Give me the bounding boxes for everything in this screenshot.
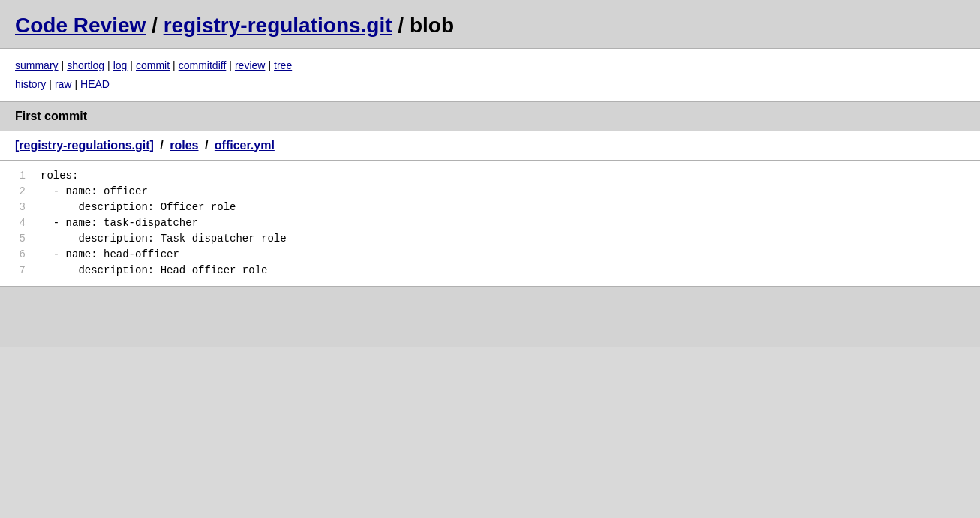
nav-review[interactable]: review	[235, 59, 265, 71]
path-title: [registry-regulations.git] / roles / off…	[15, 139, 275, 152]
line-content: - name: head-officer	[38, 247, 980, 263]
nav-history[interactable]: history	[15, 78, 46, 90]
path-file-link[interactable]: officer.yml	[215, 139, 275, 152]
line-content: description: Officer role	[38, 200, 980, 215]
line-content: - name: officer	[38, 184, 980, 200]
table-row: 3 description: Officer role	[0, 200, 980, 215]
path-repo-link[interactable]: [registry-regulations.git]	[15, 139, 154, 152]
footer	[0, 287, 980, 347]
repo-name-link[interactable]: registry-regulations.git	[164, 14, 392, 37]
path-sep-1: /	[160, 139, 167, 152]
path-folder-link[interactable]: roles	[170, 139, 198, 152]
page-type: blob	[410, 14, 454, 37]
separator-2: /	[398, 14, 410, 37]
nav-commitdiff[interactable]: commitdiff	[179, 59, 227, 71]
header: Code Review / registry-regulations.git /…	[0, 0, 980, 49]
table-row: 5 description: Task dispatcher role	[0, 231, 980, 247]
table-row: 6 - name: head-officer	[0, 247, 980, 263]
line-number: 6	[0, 247, 38, 263]
line-number: 3	[0, 200, 38, 215]
nav-shortlog[interactable]: shortlog	[67, 59, 104, 71]
nav-row-2: history|raw|HEAD	[15, 75, 965, 94]
nav-log[interactable]: log	[113, 59, 128, 71]
line-number: 5	[0, 231, 38, 247]
table-row: 4 - name: task-dispatcher	[0, 215, 980, 231]
table-row: 7 description: Head officer role	[0, 263, 980, 279]
line-number: 4	[0, 215, 38, 231]
table-row: 2 - name: officer	[0, 184, 980, 200]
commit-title: First commit	[15, 110, 87, 122]
line-content: - name: task-dispatcher	[38, 215, 980, 231]
header-title: Code Review / registry-regulations.git /…	[15, 14, 454, 37]
line-number: 1	[0, 168, 38, 184]
nav-commit[interactable]: commit	[136, 59, 170, 71]
nav-head[interactable]: HEAD	[80, 78, 110, 90]
commit-section: First commit	[0, 102, 980, 131]
nav-section: summary|shortlog|log|commit|commitdiff|r…	[0, 49, 980, 102]
code-table: 1roles:2 - name: officer3 description: O…	[0, 168, 980, 279]
nav-row-1: summary|shortlog|log|commit|commitdiff|r…	[15, 56, 965, 75]
line-number: 7	[0, 263, 38, 279]
nav-tree[interactable]: tree	[274, 59, 292, 71]
path-section: [registry-regulations.git] / roles / off…	[0, 131, 980, 161]
nav-summary[interactable]: summary	[15, 59, 59, 71]
path-sep-2: /	[205, 139, 212, 152]
nav-raw[interactable]: raw	[55, 78, 72, 90]
line-content: description: Head officer role	[38, 263, 980, 279]
line-content: description: Task dispatcher role	[38, 231, 980, 247]
table-row: 1roles:	[0, 168, 980, 184]
separator-1: /	[152, 14, 164, 37]
site-name-link[interactable]: Code Review	[15, 14, 146, 37]
line-content: roles:	[38, 168, 980, 184]
code-section: 1roles:2 - name: officer3 description: O…	[0, 161, 980, 287]
line-number: 2	[0, 184, 38, 200]
